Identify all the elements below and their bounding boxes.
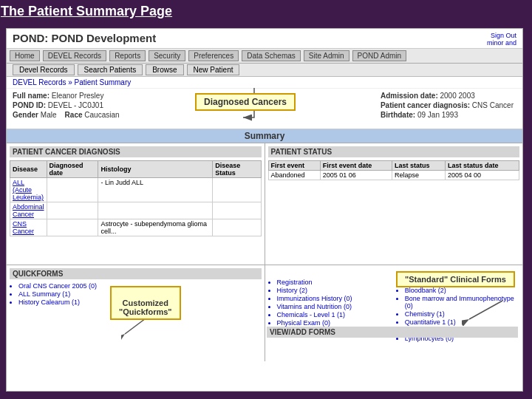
pond-id-label: POND ID:	[13, 101, 46, 109]
sec-nav-browse[interactable]: Browse	[146, 64, 183, 75]
summary-header: Summary	[7, 129, 522, 143]
race-value: Caucasian	[84, 111, 119, 119]
view-add-left: Registration History (2) Immunizations H…	[268, 279, 392, 358]
diagnosed-cancers-callout: Diagnosed Cancers	[195, 93, 296, 111]
quickforms-section-title: QUICKFORMS	[10, 268, 262, 279]
nav-reports[interactable]: Reports	[109, 50, 146, 61]
sec-nav-devel[interactable]: Devel Records	[13, 64, 75, 75]
patient-status-table: First event First event date Last status…	[268, 160, 520, 180]
table-row: ALL(AcuteLeukemia) - Lin Judd ALL	[10, 178, 262, 202]
disease-cns[interactable]: CNSCancer	[10, 219, 47, 236]
col-disease: Disease	[10, 161, 47, 178]
right-panel: PATIENT STATUS First event First event d…	[265, 143, 523, 265]
nav-preferences[interactable]: Preferences	[188, 50, 239, 61]
last-status-0: Relapse	[392, 171, 445, 180]
list-item[interactable]: Immunizations History (0)	[277, 295, 392, 302]
pond-id-value: DEVEL - JC0J01	[48, 101, 103, 109]
disease-abdominal[interactable]: AbdominalCancer	[10, 202, 47, 219]
col-disease-status: Disease Status	[213, 161, 261, 178]
col-first-event-date: First event date	[320, 161, 392, 171]
standard-forms-label: "Standard" Clinical Forms	[405, 275, 506, 284]
view-add-section-title: VIEW/ADD FORMS	[267, 327, 518, 341]
disease-all[interactable]: ALL(AcuteLeukemia)	[10, 178, 47, 202]
birthdate-value: 09 Jan 1993	[417, 111, 458, 119]
table-row: Abandoned 2005 01 06 Relapse 2005 04 00	[268, 171, 519, 180]
app-title: POND: POND Development	[13, 32, 156, 44]
view-add-right: Labs Bloodbank (2) Bone marrow and Immun…	[396, 279, 519, 358]
disease-status-0	[213, 178, 261, 202]
nav-devel-records[interactable]: DEVEL Records	[43, 50, 106, 61]
patient-status-section-title: PATIENT STATUS	[268, 146, 520, 157]
disease-status-2	[213, 219, 261, 236]
col-first-event: First event	[268, 161, 320, 171]
table-row: CNSCancer Astrocyte - subependymoma glio…	[10, 219, 262, 236]
app-header: POND: POND Development Sign Out minor an…	[7, 29, 522, 49]
main-content: POND: POND Development Sign Out minor an…	[6, 28, 523, 392]
list-item[interactable]: Chemistry (1)	[405, 310, 519, 318]
disease-status-1	[213, 202, 261, 219]
standard-clinical-forms-callout: "Standard" Clinical Forms	[396, 271, 515, 287]
col-histology: Histology	[98, 161, 213, 178]
col-last-status: Last status	[392, 161, 445, 171]
table-row: AbdominalCancer	[10, 202, 262, 219]
diagnosed-cancers-label: Diagnosed Cancers	[204, 97, 287, 107]
customized-quickforms-callout: Customized "Quickforms"	[110, 286, 181, 320]
list-item[interactable]: Bloodbank (2)	[405, 287, 519, 294]
histology-1	[98, 202, 213, 219]
breadcrumb: DEVEL Records » Patient Summary	[7, 77, 522, 89]
gender-label: Gender	[13, 111, 38, 119]
full-name-value: Eleanor Presley	[52, 92, 104, 100]
first-event-date-0: 2005 01 06	[320, 171, 392, 180]
race-label: Race	[65, 111, 83, 119]
patient-info-area: Full name: Eleanor Presley POND ID: DEVE…	[7, 89, 522, 129]
page-title: The Patient Summary Page	[1, 4, 172, 19]
sec-nav-search[interactable]: Search Patients	[78, 64, 143, 75]
list-item[interactable]: Registration	[277, 279, 392, 286]
secondary-nav: Devel Records Search Patients Browse New…	[7, 64, 522, 77]
nav-site-admin[interactable]: Site Admin	[304, 50, 349, 61]
sign-out-area: Sign Out minor and	[487, 32, 516, 47]
first-event-0: Abandoned	[268, 171, 320, 180]
list-item[interactable]: Quantitative 1 (1)	[405, 318, 519, 326]
list-item[interactable]: Chemicals - Level 1 (1)	[277, 311, 392, 318]
nav-home[interactable]: Home	[10, 50, 40, 61]
nav-pond-admin[interactable]: POND Admin	[352, 50, 406, 61]
cancer-diagnosis-section-title: PATIENT CANCER DIAGNOSIS	[10, 146, 262, 157]
gender-value: Male	[41, 111, 57, 119]
nav-bar: Home DEVEL Records Reports Security Pref…	[7, 49, 522, 64]
sign-out-link[interactable]: Sign Out	[491, 32, 516, 39]
list-item[interactable]: Physical Exam (0)	[277, 319, 392, 327]
full-name-label: Full name:	[13, 92, 50, 100]
sec-nav-new[interactable]: New Patient	[187, 64, 240, 75]
histology-0: - Lin Judd ALL	[98, 178, 213, 202]
cancer-diag-value: CNS Cancer	[472, 101, 514, 109]
diagnosed-date-1	[47, 202, 98, 219]
birthdate-label: Birthdate:	[381, 111, 415, 119]
diagnosed-date-0	[47, 178, 98, 202]
histology-2: Astrocyte - subependymoma glioma cell...	[98, 219, 213, 236]
list-item[interactable]: Vitamins and Nutrition (0)	[277, 303, 392, 310]
list-item[interactable]: History (2)	[277, 287, 392, 294]
last-status-date-0: 2005 04 00	[446, 171, 519, 180]
list-item[interactable]: Bone marrow and Immunophenotype (0)	[405, 295, 519, 310]
col-diagnosed-date: Diagnosed date	[47, 161, 98, 178]
cancer-diagnosis-table: Disease Diagnosed date Histology Disease…	[10, 160, 262, 236]
left-panel: PATIENT CANCER DIAGNOSIS Disease Diagnos…	[7, 143, 265, 265]
patient-right: Admission date: 2000 2003 Patient cancer…	[381, 92, 516, 120]
diagnosed-date-2	[47, 219, 98, 236]
cancer-diag-label: Patient cancer diagnosis:	[381, 101, 470, 109]
minor-and-text: minor and	[487, 39, 516, 47]
admission-date-value: 2000 2003	[440, 92, 475, 100]
nav-data-schemas[interactable]: Data Schemas	[242, 50, 301, 61]
customized-quickforms-label: Customized "Quickforms"	[119, 299, 172, 316]
col-last-status-date: Last status date	[446, 161, 519, 171]
two-col: PATIENT CANCER DIAGNOSIS Disease Diagnos…	[7, 143, 522, 265]
admission-date-label: Admission date:	[381, 92, 438, 100]
nav-security[interactable]: Security	[149, 50, 185, 61]
